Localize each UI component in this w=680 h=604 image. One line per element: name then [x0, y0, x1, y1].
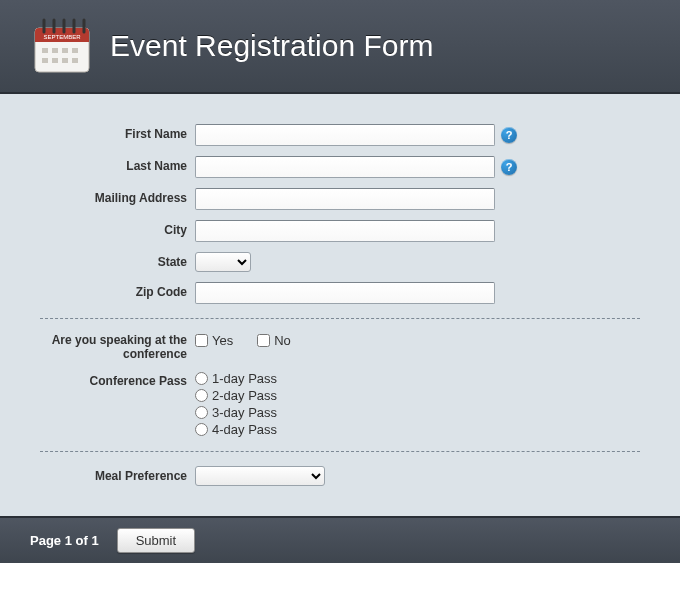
label-zip: Zip Code: [40, 282, 195, 299]
svg-rect-5: [62, 48, 68, 53]
pass-3day-radio[interactable]: [195, 406, 208, 419]
svg-rect-7: [42, 58, 48, 63]
divider: [40, 451, 640, 452]
pass-1day-label: 1-day Pass: [212, 371, 277, 386]
page-indicator: Page 1 of 1: [30, 533, 99, 548]
label-last-name: Last Name: [40, 156, 195, 173]
form-header: SEPTEMBER Event Registration Form: [0, 0, 680, 94]
speaking-no-option[interactable]: No: [257, 333, 291, 348]
pass-1day-radio[interactable]: [195, 372, 208, 385]
calendar-icon: SEPTEMBER: [30, 14, 94, 78]
meal-select[interactable]: [195, 466, 325, 486]
pass-2day-label: 2-day Pass: [212, 388, 277, 403]
pass-2day-radio[interactable]: [195, 389, 208, 402]
label-meal: Meal Preference: [40, 466, 195, 483]
pass-4day-option[interactable]: 4-day Pass: [195, 422, 277, 437]
pass-3day-option[interactable]: 3-day Pass: [195, 405, 277, 420]
label-state: State: [40, 252, 195, 269]
form-footer: Page 1 of 1 Submit: [0, 516, 680, 563]
submit-button[interactable]: Submit: [117, 528, 195, 553]
label-first-name: First Name: [40, 124, 195, 141]
label-city: City: [40, 220, 195, 237]
help-icon[interactable]: ?: [501, 127, 517, 143]
svg-rect-4: [52, 48, 58, 53]
help-icon[interactable]: ?: [501, 159, 517, 175]
state-select[interactable]: [195, 252, 251, 272]
city-input[interactable]: [195, 220, 495, 242]
label-pass: Conference Pass: [40, 371, 195, 388]
speaking-yes-option[interactable]: Yes: [195, 333, 233, 348]
label-speaking: Are you speaking at the conference: [40, 333, 195, 361]
speaking-yes-label: Yes: [212, 333, 233, 348]
form-body: First Name ? Last Name ? Mailing Address…: [0, 94, 680, 516]
pass-2day-option[interactable]: 2-day Pass: [195, 388, 277, 403]
speaking-no-checkbox[interactable]: [257, 334, 270, 347]
speaking-no-label: No: [274, 333, 291, 348]
svg-rect-9: [62, 58, 68, 63]
svg-text:SEPTEMBER: SEPTEMBER: [43, 34, 81, 40]
label-address: Mailing Address: [40, 188, 195, 205]
first-name-input[interactable]: [195, 124, 495, 146]
pass-3day-label: 3-day Pass: [212, 405, 277, 420]
pass-4day-radio[interactable]: [195, 423, 208, 436]
svg-rect-10: [72, 58, 78, 63]
last-name-input[interactable]: [195, 156, 495, 178]
zip-input[interactable]: [195, 282, 495, 304]
page-title: Event Registration Form: [110, 29, 433, 63]
svg-rect-6: [72, 48, 78, 53]
speaking-yes-checkbox[interactable]: [195, 334, 208, 347]
divider: [40, 318, 640, 319]
address-input[interactable]: [195, 188, 495, 210]
svg-rect-8: [52, 58, 58, 63]
pass-1day-option[interactable]: 1-day Pass: [195, 371, 277, 386]
svg-rect-3: [42, 48, 48, 53]
pass-4day-label: 4-day Pass: [212, 422, 277, 437]
